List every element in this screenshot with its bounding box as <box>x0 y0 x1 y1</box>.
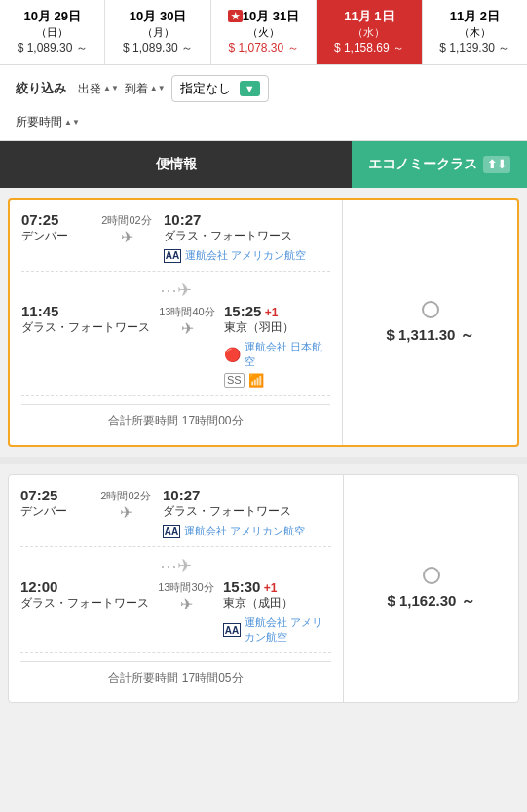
arr-city: 東京（羽田） <box>224 319 330 336</box>
arr-city: 東京（成田） <box>223 595 331 611</box>
dep-time: 07:25 <box>20 487 89 503</box>
airline-name[interactable]: 運航会社 日本航空 <box>245 340 330 369</box>
seg-times: 11:45 ダラス・フォートワース <box>21 303 150 336</box>
dep-time: 12:00 <box>20 578 149 595</box>
price-radio[interactable] <box>422 301 439 318</box>
seg-duration: 13時間30分 <box>158 580 213 595</box>
seg-duration: 2時間02分 <box>101 213 151 228</box>
column-headers: 便情報 エコノミークラス ⬆⬇ <box>0 141 527 188</box>
filter-label: 絞り込み <box>16 80 66 97</box>
date-label: 10月 29日 <box>4 8 100 25</box>
flight-card-left-flight2: 07:25 デンバー 2時間02分 ✈ 10:27 ダラス・フォートワース AA… <box>9 475 343 702</box>
aa-logo: AA <box>223 623 241 637</box>
date-header: 10月 29日 （日） $ 1,089.30 ～ 10月 30日 （月） $ 1… <box>0 0 527 65</box>
filter-group-dep-arr: 出発 ▲▼ 到着 ▲▼ 指定なし ▼ <box>78 75 269 102</box>
seg-arr: 15:30 +1 東京（成田） <box>223 578 331 611</box>
connection-dots-icon: ⋯✈ <box>160 556 192 575</box>
segment-1-0: 07:25 デンバー 2時間02分 ✈ 10:27 ダラス・フォートワース AA… <box>20 487 331 547</box>
aa-logo: AA <box>163 525 180 538</box>
connection-indicator: ⋯✈ <box>20 555 331 576</box>
date-day: （木） <box>427 25 523 40</box>
seg-right-info: 15:25 +1 東京（羽田） 🔴 運航会社 日本航空 SS📶 <box>224 303 330 388</box>
airline-name[interactable]: 運航会社 アメリカン航空 <box>184 524 305 538</box>
date-cell-nov2[interactable]: 11月 2日 （木） $ 1,139.30 ～ <box>423 0 527 64</box>
date-label: 11月 1日 <box>320 8 417 25</box>
flight-card-flight1[interactable]: 07:25 デンバー 2時間02分 ✈ 10:27 ダラス・フォートワース AA… <box>8 198 519 447</box>
dep-city: デンバー <box>20 503 89 520</box>
filter-arr-label: 到着 <box>125 81 148 97</box>
airline-name[interactable]: 運航会社 アメリカン航空 <box>245 615 331 645</box>
airline-info: AA 運航会社 アメリカン航空 <box>164 248 330 263</box>
aa-logo: AA <box>164 249 181 263</box>
jal-logo: 🔴 <box>224 348 241 361</box>
seg-arr: 10:27 ダラス・フォートワース <box>163 487 331 520</box>
airline-info: 🔴 運航会社 日本航空 <box>224 340 330 369</box>
date-price: $ 1,089.30 ～ <box>109 40 206 56</box>
dep-arrows-icon: ▲▼ <box>103 85 119 92</box>
arr-time: 15:25 +1 <box>224 303 330 319</box>
dep-city: ダラス・フォートワース <box>20 595 149 611</box>
arr-time: 10:27 <box>164 211 330 228</box>
arr-city: ダラス・フォートワース <box>164 228 330 244</box>
time-arrows-icon: ▲▼ <box>64 119 80 127</box>
date-label: 10月 30日 <box>109 8 206 25</box>
total-time: 合計所要時間 17時間00分 <box>21 404 330 433</box>
segment-0-0: 07:25 デンバー 2時間02分 ✈ 10:27 ダラス・フォートワース AA… <box>21 211 330 272</box>
seg-middle: 2時間02分 ✈ <box>96 487 155 522</box>
airline-name[interactable]: 運航会社 アメリカン航空 <box>185 248 306 263</box>
filter-arr[interactable]: 到着 ▲▼ <box>125 81 166 97</box>
date-cell-oct31[interactable]: ★10月 31日 （火） $ 1,078.30 ～ <box>211 0 317 64</box>
dep-city: デンバー <box>21 228 90 244</box>
total-time: 合計所要時間 17時間05分 <box>20 661 331 690</box>
filter-dep[interactable]: 出発 ▲▼ <box>78 81 119 97</box>
dep-time: 11:45 <box>21 303 150 319</box>
arr-time: 10:27 <box>163 487 331 503</box>
flight-card-right-flight2[interactable]: $ 1,162.30 ～ <box>343 475 518 702</box>
date-price: $ 1,089.30 ～ <box>4 40 100 56</box>
amenities: SS📶 <box>224 373 330 388</box>
price-radio[interactable] <box>423 567 440 584</box>
wifi-icon: 📶 <box>248 373 264 388</box>
date-day: （水） <box>320 25 417 40</box>
plane-icon: ✈ <box>121 228 133 246</box>
col-header-class[interactable]: エコノミークラス ⬆⬇ <box>352 141 527 188</box>
date-price: $ 1,139.30 ～ <box>427 40 523 56</box>
date-cell-oct30[interactable]: 10月 30日 （月） $ 1,089.30 ～ <box>105 0 210 64</box>
flight-card-flight2[interactable]: 07:25 デンバー 2時間02分 ✈ 10:27 ダラス・フォートワース AA… <box>8 474 519 703</box>
seg-duration: 13時間40分 <box>159 305 214 319</box>
price-amount: $ 1,162.30 ～ <box>387 592 474 610</box>
star-badge: ★ <box>228 10 243 22</box>
connection-indicator: ⋯✈ <box>21 279 330 301</box>
date-day: （日） <box>4 25 100 40</box>
flight-card-left-flight1: 07:25 デンバー 2時間02分 ✈ 10:27 ダラス・フォートワース AA… <box>10 200 342 445</box>
arr-arrows-icon: ▲▼ <box>150 85 166 92</box>
seg-right-info: 15:30 +1 東京（成田） AA 運航会社 アメリカン航空 <box>223 578 331 645</box>
segment-0-1: 11:45 ダラス・フォートワース 13時間40分 ✈ 15:25 +1 東京（… <box>21 303 330 396</box>
filter-row2: 所要時間 ▲▼ <box>16 114 511 130</box>
sort-icon: ⬆⬇ <box>483 156 510 173</box>
date-day: （火） <box>215 25 312 40</box>
date-cell-oct29[interactable]: 10月 29日 （日） $ 1,089.30 ～ <box>0 0 105 64</box>
flight-card-right-flight1[interactable]: $ 1,311.30 ～ <box>342 200 517 445</box>
chevron-down-icon: ▼ <box>240 81 260 96</box>
plane-icon: ✈ <box>180 595 193 613</box>
dep-city: ダラス・フォートワース <box>21 319 150 336</box>
plane-icon: ✈ <box>181 319 194 338</box>
seg-duration: 2時間02分 <box>100 489 150 503</box>
plus-day: +1 <box>261 306 278 319</box>
arr-time: 15:30 +1 <box>223 578 331 595</box>
seg-right-info: 10:27 ダラス・フォートワース AA 運航会社 アメリカン航空 <box>163 487 331 538</box>
seg-times: 07:25 デンバー <box>20 487 89 520</box>
price-amount: $ 1,311.30 ～ <box>386 326 473 345</box>
plane-icon: ✈ <box>120 503 132 522</box>
seg-times: 12:00 ダラス・フォートワース <box>20 578 149 611</box>
seg-times: 07:25 デンバー <box>21 211 90 244</box>
date-label: ★10月 31日 <box>215 8 312 25</box>
col-header-flights: 便情報 <box>0 141 352 188</box>
filter-dropdown[interactable]: 指定なし ▼ <box>171 75 269 102</box>
airline-info: AA 運航会社 アメリカン航空 <box>163 524 331 538</box>
date-cell-nov1[interactable]: 11月 1日 （水） $ 1,158.69 ～ <box>317 0 422 64</box>
filter-bar: 絞り込み 出発 ▲▼ 到着 ▲▼ 指定なし ▼ 所要時間 ▲▼ <box>0 65 527 141</box>
filter-time[interactable]: 所要時間 ▲▼ <box>16 114 80 130</box>
filter-dropdown-value: 指定なし <box>180 80 231 97</box>
